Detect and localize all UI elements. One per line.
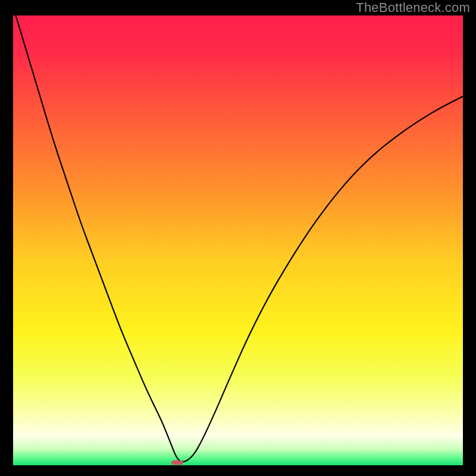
outer-frame: TheBottleneck.com	[0, 0, 476, 476]
optimal-marker	[171, 461, 183, 465]
chart-svg	[13, 15, 463, 465]
watermark-text: TheBottleneck.com	[356, 0, 470, 15]
plot-area	[13, 15, 463, 465]
gradient-background	[13, 15, 463, 465]
